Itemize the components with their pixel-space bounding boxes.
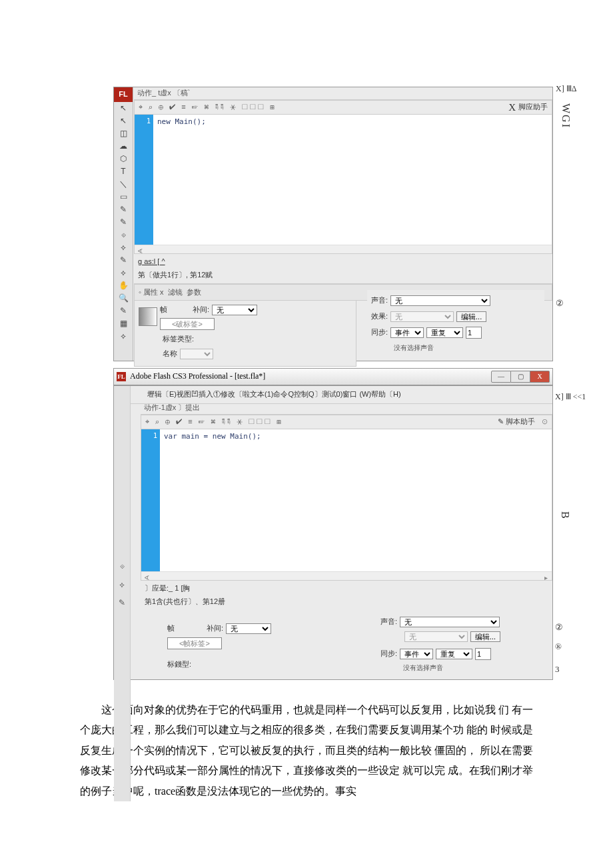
h-scrollbar-2[interactable]: ∢▸ — [141, 571, 552, 580]
flash-panel-2: X] Ⅲ <<1 B ② ® 3 壢辑〔E)视图凹插入①修改〔啦文本(1)命令Q… — [113, 385, 553, 680]
actions-tab[interactable]: 动作_ t虚x 〔稿` — [134, 87, 552, 100]
tool-item[interactable]: ✎ — [114, 203, 133, 216]
flash-logo: FL — [114, 87, 133, 102]
repeat-count-input-2[interactable] — [475, 648, 491, 660]
window-titlebar[interactable]: FLAdobe Flash CS3 Professional - [test.f… — [113, 368, 553, 385]
tween-select[interactable]: 无 — [212, 305, 257, 315]
tween-select-2[interactable]: 无 — [226, 623, 271, 634]
tool-ico-c[interactable]: ✎ — [119, 596, 125, 611]
tool-item[interactable]: ▭ — [114, 191, 133, 203]
sync-label-2: 同步: — [380, 647, 397, 661]
repeat-count-input[interactable] — [466, 327, 482, 339]
repeat-select-2[interactable]: 重复 — [436, 649, 472, 659]
code-editor-2[interactable]: 1 var main = new Main(); ∢▸ — [141, 429, 552, 581]
code-body-2[interactable]: var main = new Main(); — [160, 429, 552, 580]
tween-label: 补间: — [193, 303, 209, 317]
tool-item[interactable]: ↖ — [114, 115, 133, 127]
line-gutter: 1 — [135, 115, 153, 253]
maximize-button[interactable]: ▢ — [511, 371, 530, 383]
actions-tab-2[interactable]: 动作-1虚x 〕提出 — [141, 402, 552, 415]
frame-label: 帧 — [160, 303, 167, 317]
annot2-sym3: 3 — [555, 661, 563, 677]
tool-item[interactable]: ✎ — [114, 305, 133, 317]
window-controls: — ▢ X — [491, 371, 550, 383]
toolbar-icons[interactable]: ⌖ ⌕ ⊕ ✔ ≡ ☞ ⌘ ☟☟ ⚹ ⎕⎕⎕ ⊞ — [139, 101, 277, 114]
annot2-vert: B — [555, 511, 574, 519]
effect-select: 无 — [390, 311, 454, 322]
minimize-button[interactable]: — — [491, 371, 511, 383]
tool-item[interactable]: ＼ — [114, 178, 133, 191]
line-gutter-2: 1 — [141, 429, 160, 580]
tool-item[interactable]: ⟡ — [114, 241, 133, 254]
frame-swatch-icon — [139, 307, 157, 326]
tool-item[interactable]: ◫ — [114, 127, 133, 140]
actions-panel: 动作_ t虚x 〔稿` ⌖ ⌕ ⊕ ✔ ≡ ☞ ⌘ ☟☟ ⚹ ⎕⎕⎕ ⊞ X脚应… — [134, 87, 552, 361]
layer-status: 〕应晕:_ 1 [胸 第1含(共也行〕、第12册 — [141, 581, 552, 610]
tool-item[interactable]: ⬡ — [114, 153, 133, 165]
no-sound-hint-2: 没有选择声音 — [403, 662, 544, 674]
tool-item[interactable]: ✎ — [114, 216, 133, 229]
property-panel-left: 帧 补间: 无 <破标签> 标签类型: 名称 — [134, 301, 356, 367]
annot2-sym2: ® — [555, 639, 563, 654]
editor-toolbar: ⌖ ⌕ ⊕ ✔ ≡ ☞ ⌘ ☟☟ ⚹ ⎕⎕⎕ ⊞ X脚应助手 — [134, 100, 552, 115]
effect-select-2: 无 — [404, 631, 468, 642]
tool-item[interactable]: ⟡ — [114, 267, 133, 279]
tool-ico-a[interactable]: ⟐ — [120, 559, 125, 574]
code-editor[interactable]: 1 new Main(); ∢ — [134, 115, 552, 254]
repeat-select[interactable]: 重复 — [426, 327, 463, 338]
body-paragraph: 这个面向对象的优势在于它的代码重用，也就是同样一个代码可以反复用，比如说我 们 … — [80, 700, 533, 801]
tool-item[interactable]: ⟡ — [114, 330, 133, 343]
annot2-sym1: ② — [555, 619, 563, 635]
frame-tag-input-2[interactable]: <帧标签> — [167, 637, 222, 649]
edit-button-2[interactable]: 编辑... — [470, 631, 500, 642]
h-scrollbar[interactable]: ∢ — [135, 245, 552, 253]
editor-toolbar-2: ⌖ ⌕ ⊕ ✔ ≡ ☞ ⌘ ☟☟ ⚹ ⎕⎕⎕ ⊞ ✎ 脚本助手 ⊙ — [141, 415, 552, 429]
edit-button[interactable]: 编辑... — [456, 311, 486, 322]
tool-item[interactable]: ☁ — [114, 140, 133, 153]
toolbar-icons-2[interactable]: ⌖ ⌕ ⊕ ✔ ≡ ☞ ⌘ ☟☟ ⚹ ⎕⎕⎕ ⊞ — [145, 415, 283, 429]
layer-line-link: 〕应晕:_ 1 [胸 — [145, 584, 190, 592]
tool-ico-b[interactable]: ⟡ — [119, 578, 125, 593]
flash-panel-1: X] ⅢΔ WGI ② FL ↖↖◫☁⬡T＼▭✎✎⟐⟡✎⟡✋🔍✎▦⟡ 动作_ t… — [113, 87, 553, 361]
tools-panel: FL ↖↖◫☁⬡T＼▭✎✎⟐⟡✎⟡✋🔍✎▦⟡ — [114, 87, 133, 361]
frame-tag-input[interactable]: <破标签> — [160, 318, 215, 330]
left-tool-strip: ⟐ ⟡ ✎ — [114, 386, 131, 801]
tool-item[interactable]: ✋ — [114, 279, 133, 292]
tab-filters[interactable]: 滤镜 — [168, 286, 183, 299]
tool-item[interactable]: ✎ — [114, 254, 133, 267]
sync-label: 同步: — [371, 326, 388, 339]
window-title: Adobe Flash CS3 Professional - [test.fla… — [130, 369, 265, 384]
tool-item[interactable]: ⟐ — [114, 229, 133, 241]
sound-label-2: 声音: — [380, 615, 397, 629]
name-select[interactable] — [180, 349, 213, 359]
annot2-top: X] Ⅲ <<1 — [555, 390, 594, 405]
sound-select[interactable]: 无 — [390, 295, 490, 306]
sync-select[interactable]: 事件 — [390, 327, 424, 338]
code-body[interactable]: new Main(); — [153, 115, 552, 253]
no-sound-hint: 没有选择声音 — [394, 342, 540, 354]
tool-item[interactable]: ▦ — [114, 317, 133, 330]
property-panel-2: 帧 补间: 无 <帧标签> 标錢型: 声音:无 无编辑... 同步:事件重复 没… — [141, 610, 552, 690]
flash-logo: FL — [117, 372, 126, 381]
annot-vert: WGI — [556, 103, 575, 129]
help-icon[interactable]: ⊙ — [542, 415, 548, 429]
status-link[interactable]: g as:l [ ^ — [138, 257, 165, 265]
tool-item[interactable]: 🔍 — [114, 292, 133, 305]
effect-label: 效果: — [371, 310, 388, 323]
tool-item[interactable]: T — [114, 165, 133, 178]
sound-select-2[interactable]: 无 — [400, 617, 500, 627]
close-button[interactable]: X — [530, 371, 550, 383]
label-type-label: 标签类型: — [163, 333, 213, 346]
script-assistant-button[interactable]: X脚应助手 — [508, 99, 548, 117]
status-line-info: 第〔做共1行〕, 第12赋 — [138, 271, 213, 279]
sync-select-2[interactable]: 事件 — [400, 649, 433, 659]
tool-item[interactable]: ↖ — [114, 102, 133, 115]
line-info-2: 第1含(共也行〕、第12册 — [145, 597, 225, 605]
script-assistant-button-2[interactable]: ✎ 脚本助手 — [498, 415, 535, 429]
tab-params[interactable]: 参数 — [187, 286, 201, 299]
annot-circ-2: ② — [556, 295, 564, 311]
tab-properties[interactable]: ◦ 属性 x — [139, 286, 164, 299]
property-panel-right: 声音:无 效果:无编辑... 同步:事件重复 没有选择声音 — [367, 290, 544, 361]
tween-label-2: 补间: — [207, 622, 223, 635]
annot-top: X] ⅢΔ — [556, 82, 592, 97]
